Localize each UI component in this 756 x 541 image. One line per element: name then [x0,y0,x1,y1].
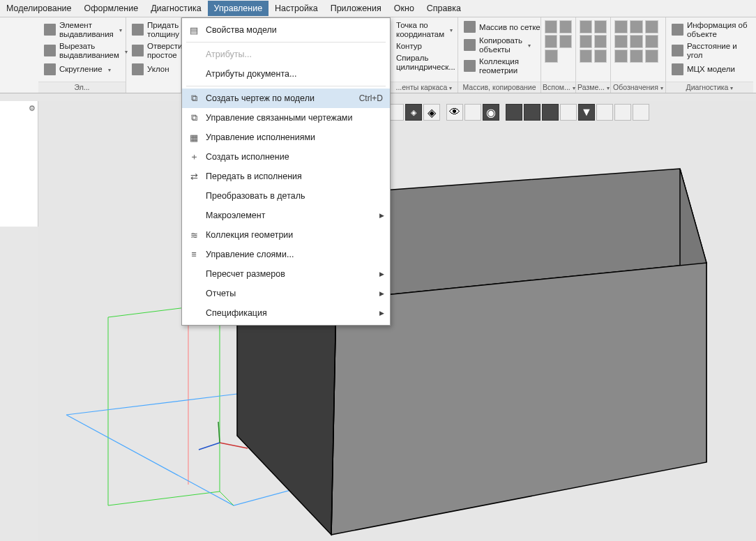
annot-icon-3[interactable] [645,20,658,33]
label: Массив по сетке [479,23,540,31]
snap-button[interactable] [506,104,522,121]
draft-button[interactable]: Уклон [129,62,178,77]
doc-attributes-item[interactable]: Атрибуты документа... [182,64,390,84]
group-title: Разме... [576,82,610,93]
transfer-variants-item[interactable]: ⇄ Передать в исполнения [182,167,390,186]
hide-dropdown[interactable] [464,104,481,121]
hide-button[interactable]: 👁 [446,104,463,121]
label: Создать чертеж по модели [206,93,359,103]
geometry-collection-button[interactable]: Коллекция геометрии [461,56,538,76]
dim-icon-3[interactable] [580,35,592,48]
dim-icon-5[interactable] [580,49,592,63]
info-icon [672,24,683,36]
layers-item[interactable]: ≡ Управление слоями... [182,245,390,264]
menu-design[interactable]: Оформление [78,1,145,16]
mass-props-button[interactable]: МЦХ модели [669,62,750,77]
create-drawing-item[interactable]: ⧉ Создать чертеж по модели Ctrl+D [182,89,390,108]
annot-icon-1[interactable] [614,20,628,33]
aux-icon-5[interactable] [545,49,558,63]
dim-icon-4[interactable] [594,35,607,48]
dim-icon-6[interactable] [594,49,607,63]
fillet-button[interactable]: Скругление [41,62,123,77]
view-toolbar: ◈ ◈ 👁 ◉ ▼ [387,103,649,121]
contour-button[interactable]: Контур [393,40,455,52]
measure-button[interactable] [614,104,631,121]
macro-element-item[interactable]: Макроэлемент ▶ [182,206,390,225]
aux-icon-1[interactable] [545,20,557,33]
menu-settings[interactable]: Настройка [269,1,324,16]
manage-variants-item[interactable]: ▦ Управление исполнениями [182,128,390,147]
annot-icon-6[interactable] [645,35,658,48]
plus-icon: ＋ [186,151,202,163]
dim-icon-1[interactable] [580,20,592,33]
distance-angle-button[interactable]: Расстояние и угол [669,40,750,61]
menu-apps[interactable]: Приложения [324,1,388,16]
specification-item[interactable]: Спецификация ▶ [182,303,390,323]
chevron-down-icon [448,25,453,34]
draft-icon [132,63,144,75]
label: Скругление [59,65,103,73]
dim-icon-2[interactable] [594,20,607,33]
viewport-3d[interactable] [38,101,756,541]
spiral-button[interactable]: Спираль цилиндрическ... [393,52,455,73]
view-cube-button[interactable]: ◈ [405,104,422,121]
label: Отчеты [206,289,383,298]
separator [186,86,386,86]
ribbon-group-aux: Вспом... [541,17,576,93]
aux-icon-2[interactable] [559,20,572,33]
menu-help[interactable]: Справка [421,1,467,16]
array-grid-button[interactable]: Массив по сетке [461,20,538,34]
annot-icon-7[interactable] [614,49,628,63]
filter-button[interactable]: ▼ [578,104,595,121]
ribbon-group-features: Элемент выдавливания Вырезать выдавливан… [38,17,126,93]
label: Свойства модели [206,25,383,35]
aux-icon-4[interactable] [559,35,572,48]
aux-icon-3[interactable] [545,35,557,48]
gear-icon[interactable]: ⚙ [29,104,38,113]
thicken-icon [132,24,144,36]
tree-panel[interactable] [0,101,38,227]
camera-button[interactable]: ◉ [483,104,499,121]
filter-dropdown[interactable] [596,104,613,121]
view-cube-dropdown[interactable]: ◈ [423,104,440,121]
chevron-down-icon [526,40,531,49]
menu-manage[interactable]: Управление [208,1,269,16]
create-variant-item[interactable]: ＋ Создать исполнение [182,147,390,167]
grid-button[interactable] [524,104,540,121]
annot-icon-8[interactable] [630,49,643,63]
point-button[interactable]: Точка по координатам [393,20,455,40]
menubar: Моделирование Оформление Диагностика Упр… [0,0,756,17]
model-properties-item[interactable]: ▤ Свойства модели [182,20,390,40]
menu-modeling[interactable]: Моделирование [0,1,78,16]
recalc-dims-item[interactable]: Пересчет размеров ▶ [182,264,390,284]
chevron-down-icon [106,65,111,73]
convert-to-part-item[interactable]: Преобразовать в деталь [182,186,390,206]
ribbon-group-shell: Придать толщину Отверстие простое Уклон [126,17,181,93]
copy-objects-button[interactable]: Копировать объекты [461,35,538,55]
extrude-button[interactable]: Элемент выдавливания [41,20,123,40]
label: Элемент выдавливания [59,21,114,38]
menu-diagnostics[interactable]: Диагностика [144,1,207,16]
layer-button[interactable] [542,104,559,121]
menu-window[interactable]: Окно [388,1,421,16]
cut-extrude-button[interactable]: Вырезать выдавливанием [41,40,123,61]
submenu-arrow-icon: ▶ [379,310,384,317]
annot-icon-5[interactable] [630,35,643,48]
submenu-arrow-icon: ▶ [379,270,384,277]
object-info-button[interactable]: Информация об объекте [669,20,750,40]
annot-icon-4[interactable] [614,35,628,48]
geometry-collection-item[interactable]: ≋ Коллекция геометрии [182,225,390,245]
reports-item[interactable]: Отчеты ▶ [182,284,390,303]
annot-icon-9[interactable] [645,49,658,63]
props-icon: ▤ [186,24,202,36]
sheet-button[interactable] [560,104,577,121]
mass-icon [672,63,683,75]
label: МЦХ модели [687,65,735,73]
annot-icon-2[interactable] [630,20,643,33]
thicken-button[interactable]: Придать толщину [129,20,178,40]
hole-button[interactable]: Отверстие простое [129,40,178,61]
picker-button[interactable] [633,104,649,121]
linked-drawings-item[interactable]: ⧉ Управление связанными чертежами [182,108,390,128]
fillet-icon [44,63,56,75]
group-title: ...енты каркаса [391,82,458,93]
